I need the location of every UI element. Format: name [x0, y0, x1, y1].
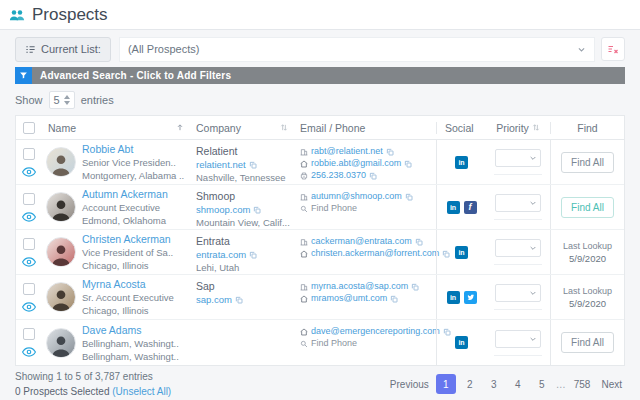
header-priority[interactable]: Priority	[486, 122, 550, 134]
row-checkbox[interactable]	[23, 238, 35, 250]
linkedin-icon[interactable]: in	[447, 201, 460, 214]
priority-select[interactable]	[495, 330, 541, 348]
copy-icon[interactable]	[235, 296, 243, 304]
company-url-link[interactable]: shmoop.com	[196, 204, 250, 215]
priority-select[interactable]	[495, 284, 541, 302]
twitter-icon[interactable]	[464, 291, 477, 304]
copy-icon[interactable]	[411, 283, 419, 291]
previous-page-button[interactable]: Previous	[387, 379, 432, 390]
eye-icon[interactable]	[22, 212, 36, 222]
find-all-button[interactable]: Find All	[561, 152, 614, 173]
header-priority-label: Priority	[496, 122, 529, 134]
find-all-button[interactable]: Find All	[561, 197, 614, 218]
current-list-label: Current List:	[41, 43, 101, 55]
priority-underline	[494, 309, 542, 310]
row-checkbox[interactable]	[23, 283, 35, 295]
copy-icon[interactable]	[404, 160, 412, 168]
linkedin-icon[interactable]: in	[447, 291, 460, 304]
work-email-link[interactable]: cackerman@entrata.com	[311, 236, 412, 247]
work-email-link[interactable]: myrna.acosta@sap.com	[311, 281, 408, 292]
work-email-link[interactable]: rabt@relatient.net	[311, 146, 383, 157]
company-name: Entrata	[196, 235, 292, 247]
main-content: Current List: (All Prospects) Advanced S…	[0, 30, 640, 397]
last-lookup-label: Last Lookup	[563, 241, 612, 251]
home-email-link[interactable]: christen.ackerman@forrent.com	[311, 248, 439, 259]
prospect-title: Bellingham, Washingt..	[82, 338, 179, 349]
page-button-4[interactable]: 4	[508, 374, 528, 394]
linkedin-icon[interactable]: in	[455, 336, 468, 349]
header-company[interactable]: Company	[192, 117, 296, 139]
page-button-758[interactable]: 758	[570, 374, 595, 394]
copy-icon[interactable]	[369, 172, 377, 180]
company-url-link[interactable]: sap.com	[196, 294, 232, 305]
linkedin-icon[interactable]: in	[455, 156, 468, 169]
unselect-all-link[interactable]: (Unselect All)	[112, 386, 171, 397]
company-name: Shmoop	[196, 190, 292, 202]
table-row: Myrna Acosta Sr. Account Executive Chica…	[16, 275, 624, 320]
remove-from-list-button[interactable]	[601, 37, 625, 61]
copy-icon[interactable]	[253, 206, 261, 214]
copy-icon[interactable]	[386, 148, 394, 156]
home-email-link[interactable]: robbie.abt@gmail.com	[311, 158, 401, 169]
copy-icon[interactable]	[249, 251, 257, 259]
selected-list-value: (All Prospects)	[128, 43, 200, 55]
eye-icon[interactable]	[22, 257, 36, 267]
entries-count-select[interactable]: 5	[49, 91, 75, 109]
page-button-5[interactable]: 5	[532, 374, 552, 394]
eye-icon[interactable]	[22, 347, 36, 357]
work-email-link[interactable]: autumn@shmoop.com	[311, 191, 402, 202]
company-url-link[interactable]: entrata.com	[196, 249, 246, 260]
copy-icon[interactable]	[249, 161, 257, 169]
company-cell: Relatient relatient.net Nashville, Tenne…	[192, 140, 296, 184]
find-all-button[interactable]: Find All	[561, 332, 614, 353]
priority-select[interactable]	[495, 149, 541, 167]
current-list-button[interactable]: Current List:	[15, 37, 111, 62]
prospect-name-link[interactable]: Christen Ackerman	[82, 233, 173, 245]
prospect-cell: Robbie Abt Senior Vice Presiden.. Montgo…	[42, 140, 192, 184]
company-location: Nashville, Tennessee	[196, 172, 292, 183]
prospect-name-link[interactable]: Autumn Ackerman	[82, 188, 168, 200]
prospect-name-link[interactable]: Dave Adams	[82, 324, 179, 336]
header-name[interactable]: Name	[42, 118, 192, 138]
facebook-icon[interactable]: f	[464, 201, 477, 214]
prospect-title: Sr. Account Executive	[82, 292, 174, 303]
page-button-3[interactable]: 3	[484, 374, 504, 394]
prospect-location: Chicago, Illinois	[82, 260, 173, 271]
company-cell: Sap sap.com	[192, 275, 296, 319]
prospect-name-link[interactable]: Myrna Acosta	[82, 278, 174, 290]
eye-icon[interactable]	[22, 167, 36, 177]
page-button-2[interactable]: 2	[460, 374, 480, 394]
header-email-phone[interactable]: Email / Phone	[296, 117, 436, 139]
copy-icon[interactable]	[405, 193, 413, 201]
home-email-link[interactable]: dave@emergencereporting.com	[311, 326, 440, 337]
find-cell: Find All	[550, 320, 624, 365]
prospect-name-link[interactable]: Robbie Abt	[82, 143, 184, 155]
row-checkbox[interactable]	[23, 148, 35, 160]
linkedin-icon[interactable]: in	[455, 246, 468, 259]
row-checkbox[interactable]	[23, 328, 35, 340]
list-select[interactable]: (All Prospects)	[119, 37, 595, 62]
phone-link[interactable]: 256.238.0370	[311, 170, 366, 181]
list-icon	[25, 44, 36, 55]
row-checkbox[interactable]	[23, 193, 35, 205]
avatar	[46, 237, 76, 267]
eye-icon[interactable]	[22, 302, 36, 312]
page-button-1[interactable]: 1	[436, 374, 456, 394]
table-row: Robbie Abt Senior Vice Presiden.. Montgo…	[16, 140, 624, 185]
table-row: Autumn Ackerman Account Executive Edmond…	[16, 185, 624, 230]
advanced-search-bar[interactable]: Advanced Search - Click to Add Filters	[15, 67, 625, 84]
company-url-link[interactable]: relatient.net	[196, 159, 246, 170]
home-email-link[interactable]: mramos@umt.com	[311, 293, 387, 304]
select-all-checkbox[interactable]	[23, 122, 35, 134]
prospect-location: Edmond, Oklahoma	[82, 215, 168, 226]
priority-select[interactable]	[495, 239, 541, 257]
copy-icon[interactable]	[390, 295, 398, 303]
chevron-down-icon	[529, 199, 537, 207]
find-phone-link[interactable]: Find Phone	[311, 203, 357, 214]
priority-select[interactable]	[495, 194, 541, 212]
find-cell: Last Lookup 5/9/2020	[550, 275, 624, 319]
copy-icon[interactable]	[415, 238, 423, 246]
find-phone-link[interactable]: Find Phone	[311, 338, 357, 349]
next-page-button[interactable]: Next	[598, 379, 625, 390]
find-cell: Find All	[550, 140, 624, 184]
